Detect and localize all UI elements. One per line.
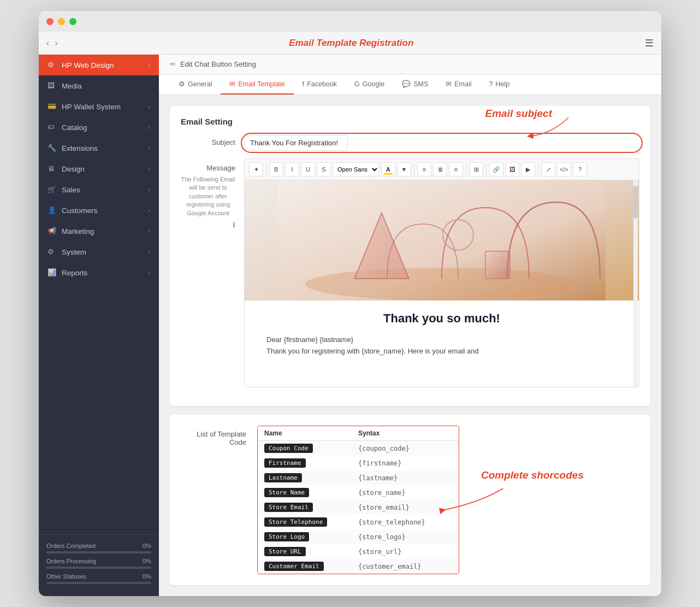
tab-google[interactable]: G Google: [346, 74, 393, 95]
table-row-storelogo: Store Logo {store_logo}: [258, 529, 459, 544]
badge-storeurl: Store URL: [264, 547, 306, 556]
badge-customeremail: Customer Email: [264, 562, 324, 571]
sidebar-item-hp-web-design[interactable]: ⚙ HP Web Design ›: [39, 55, 159, 75]
tabs-bar: ⚙ General ✉ Email Template f Facebook G …: [159, 74, 661, 95]
toolbar-strikethrough-btn[interactable]: S: [317, 162, 331, 176]
facebook-tab-label: Facebook: [307, 80, 337, 88]
toolbar-magic-btn[interactable]: ✦: [249, 162, 263, 176]
toolbar-align-btn[interactable]: ≡: [449, 162, 463, 176]
sidebar-label-customers: Customers: [62, 207, 97, 215]
toolbar-highlight-btn[interactable]: A: [381, 162, 395, 176]
sidebar-label-system: System: [62, 248, 86, 256]
customers-icon: 👤: [48, 206, 56, 215]
toolbar-source-btn[interactable]: </>: [557, 162, 571, 176]
tab-help[interactable]: ? Help: [480, 74, 519, 95]
toolbar-bold-btn[interactable]: B: [269, 162, 283, 176]
template-col-name: Name: [264, 429, 358, 437]
sidebar-item-catalog[interactable]: 🏷 Catalog ›: [39, 117, 159, 138]
chevron-right-icon-4: ›: [148, 145, 150, 151]
sms-tab-icon: 💬: [402, 80, 411, 88]
email-body-line2: Thank you for registering with {store_na…: [266, 346, 617, 357]
google-tab-icon: G: [354, 80, 360, 88]
toolbar-ul-btn[interactable]: ≡: [417, 162, 431, 176]
other-statuses-label: Other Statuses: [46, 573, 86, 580]
marketing-icon: 📢: [48, 227, 56, 235]
help-tab-icon: ?: [489, 80, 493, 88]
svg-rect-4: [485, 251, 510, 279]
general-tab-icon: ⚙: [179, 80, 185, 88]
chevron-right-icon-8: ›: [148, 228, 150, 234]
tab-general[interactable]: ⚙ General: [170, 74, 221, 95]
badge-storelogo: Store Logo: [264, 532, 309, 541]
toolbar-fullscreen-btn[interactable]: ⤢: [541, 162, 555, 176]
table-row-storeemail: Store Email {store_email}: [258, 500, 459, 515]
tab-sms[interactable]: 💬 SMS: [393, 74, 437, 95]
template-table-wrapper: Name Syntax Coupon Code {coupon_code} Fi…: [257, 426, 459, 574]
info-icon[interactable]: ℹ: [233, 221, 235, 229]
badge-firstname: Firstname: [264, 458, 306, 468]
sidebar-item-system[interactable]: ⚙ System ›: [39, 241, 159, 262]
sidebar-item-extensions[interactable]: 🔧 Extensions ›: [39, 138, 159, 158]
editor-scrollbar[interactable]: [633, 180, 638, 387]
menu-icon[interactable]: ☰: [645, 37, 654, 49]
orders-processing-bar: [46, 567, 151, 569]
email-setting-card: Email Setting Email subject: [170, 106, 650, 406]
sidebar-item-sales[interactable]: 🛒 Sales ›: [39, 179, 159, 200]
toolbar-ol-btn[interactable]: ≣: [433, 162, 447, 176]
badge-storeemail: Store Email: [264, 503, 313, 512]
other-statuses-row: Other Statuses 0%: [46, 573, 151, 580]
toolbar-image-btn[interactable]: 🖼: [505, 162, 519, 176]
back-button[interactable]: ‹: [46, 38, 49, 48]
chevron-right-icon-5: ›: [148, 166, 150, 172]
sidebar-item-media[interactable]: 🖼 Media: [39, 75, 159, 96]
sidebar-item-design[interactable]: 🖥 Design ›: [39, 158, 159, 179]
editor-email-content: Thank you so much! Dear {firstname} {las…: [245, 300, 639, 368]
tab-facebook[interactable]: f Facebook: [294, 74, 346, 95]
toolbar-underline-btn[interactable]: U: [301, 162, 315, 176]
table-row-lastname: Lastname {lastname}: [258, 470, 459, 485]
badge-storename: Store Name: [264, 488, 309, 497]
reports-icon: 📊: [48, 268, 56, 277]
toolbar-link-btn[interactable]: 🔗: [489, 162, 503, 176]
google-tab-label: Google: [363, 80, 384, 88]
shortcodes-arrow: [437, 480, 508, 524]
template-code-card: List of Template Code Name Syntax Coupon…: [170, 415, 650, 585]
email-body: Dear {firstname} {lastname} Thank you fo…: [266, 334, 617, 357]
tab-email-template[interactable]: ✉ Email Template: [221, 74, 293, 95]
sidebar-label-extensions: Extensions: [62, 144, 98, 152]
email-template-tab-icon: ✉: [229, 80, 235, 88]
sidebar-label-marketing: Marketing: [62, 227, 94, 235]
system-icon: ⚙: [48, 247, 56, 256]
close-button[interactable]: [46, 18, 54, 25]
tab-email[interactable]: ✉ Email: [437, 74, 480, 95]
subject-section: Email subject Subject: [181, 135, 639, 151]
forward-button[interactable]: ›: [55, 38, 57, 48]
message-row: Message The Following Email will be send…: [181, 158, 639, 387]
other-statuses-value: 0%: [143, 573, 151, 580]
template-code-label: List of Template Code: [181, 426, 246, 446]
toolbar-media-btn[interactable]: ▶: [521, 162, 535, 176]
sidebar-stats: Orders Completed 0% Orders Processing 0%…: [39, 534, 159, 596]
toolbar-highlight-color-btn[interactable]: ▼: [397, 162, 411, 176]
syntax-storeurl: {store_url}: [358, 548, 452, 556]
sidebar-item-hp-wallet-system[interactable]: 💳 HP Wallet System ›: [39, 96, 159, 117]
editor-scrollbar-thumb[interactable]: [633, 186, 638, 219]
sidebar-item-reports[interactable]: 📊 Reports ›: [39, 262, 159, 283]
orders-processing-label: Orders Processing: [46, 558, 96, 564]
email-template-tab-label: Email Template: [238, 80, 284, 88]
subject-input[interactable]: [244, 135, 348, 151]
maximize-button[interactable]: [69, 18, 76, 25]
sidebar-item-marketing[interactable]: 📢 Marketing ›: [39, 221, 159, 241]
minimize-button[interactable]: [58, 18, 65, 25]
font-family-select[interactable]: Open Sans: [333, 162, 379, 176]
table-row-storeurl: Store URL {store_url}: [258, 544, 459, 559]
editor-area[interactable]: Thank you so much! Dear {firstname} {las…: [244, 180, 639, 387]
chevron-right-icon-2: ›: [148, 103, 150, 110]
sidebar-item-customers[interactable]: 👤 Customers ›: [39, 200, 159, 221]
toolbar-italic-btn[interactable]: I: [285, 162, 299, 176]
chevron-right-icon-7: ›: [148, 207, 150, 214]
catalog-icon: 🏷: [48, 123, 56, 132]
toolbar-help-btn[interactable]: ?: [573, 162, 587, 176]
toolbar-table-btn[interactable]: ⊞: [469, 162, 483, 176]
orders-completed-bar: [46, 551, 151, 553]
